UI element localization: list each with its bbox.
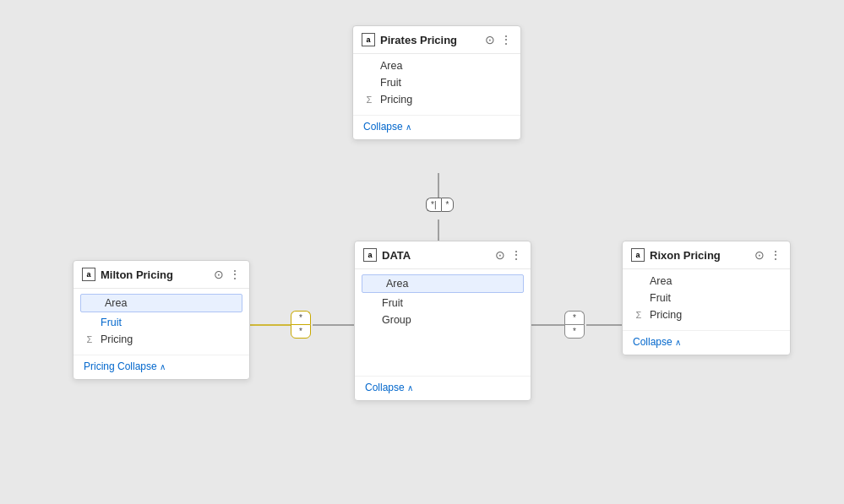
pirates-field-area: Area [353,57,520,74]
connector-vert-bottom-right: * [564,324,585,339]
data-chevron-icon: ∧ [407,383,413,393]
rixon-field-fruit: Fruit [623,290,790,306]
pirates-pricing-card: a Pirates Pricing ⊙ ⋮ Area Fruit Σ Prici… [352,25,521,140]
connector-left-pill: *| [426,198,441,212]
data-card-title: DATA [382,249,490,262]
data-card: a DATA ⊙ ⋮ Area Fruit Group Collapse ∧ [354,241,531,401]
data-card-footer: Collapse ∧ [355,376,531,400]
data-table-icon: a [363,248,377,262]
rixon-field-pricing: Σ Pricing [623,306,790,323]
milton-collapse-link[interactable]: Pricing Collapse ∧ [84,360,239,372]
milton-header-actions: ⊙ ⋮ [214,268,241,281]
data-field-area: Area [362,274,524,293]
rixon-pricing-header: a Rixon Pricing ⊙ ⋮ [623,241,790,269]
rixon-table-icon: a [631,248,645,262]
data-field-fruit: Fruit [355,295,531,312]
milton-pricing-card: a Milton Pricing ⊙ ⋮ Area Fruit Σ Pricin… [73,260,250,380]
pirates-field-pricing: Σ Pricing [353,91,520,108]
connector-vert-bottom: * [291,324,311,339]
milton-pricing-title: Milton Pricing [101,268,209,281]
milton-field-fruit: Fruit [74,314,249,331]
pirates-card-footer: Collapse ∧ [353,115,520,139]
pirates-view-icon[interactable]: ⊙ [485,33,495,46]
milton-table-icon: a [82,268,95,281]
connector-vert-top: * [291,311,311,324]
pirates-header-actions: ⊙ ⋮ [485,33,512,46]
milton-card-footer: Pricing Collapse ∧ [74,355,249,379]
pirates-pricing-title: Pirates Pricing [380,34,480,46]
pirates-pricing-header: a Pirates Pricing ⊙ ⋮ [353,26,520,54]
milton-pricing-header: a Milton Pricing ⊙ ⋮ [74,261,249,289]
rixon-view-icon[interactable]: ⊙ [754,248,765,262]
data-more-icon[interactable]: ⋮ [510,248,522,262]
rixon-card-footer: Collapse ∧ [623,330,790,355]
rixon-more-icon[interactable]: ⋮ [770,248,781,262]
rixon-pricing-title: Rixon Pricing [650,249,749,262]
connector-vert-top-right: * [564,311,585,324]
milton-chevron-icon: ∧ [160,362,166,371]
rixon-chevron-icon: ∧ [675,338,681,347]
pirates-chevron-icon: ∧ [406,122,411,132]
pirates-card-body: Area Fruit Σ Pricing [353,54,520,111]
milton-card-body: Area Fruit Σ Pricing [74,289,249,351]
rixon-pricing-card: a Rixon Pricing ⊙ ⋮ Area Fruit Σ Pricing… [622,241,791,355]
rixon-field-area: Area [623,273,790,290]
pirates-table-icon: a [362,33,375,46]
pirates-data-connector: *| * [426,198,454,212]
data-header-actions: ⊙ ⋮ [495,248,522,262]
data-card-header: a DATA ⊙ ⋮ [355,241,531,269]
milton-field-pricing: Σ Pricing [74,331,249,348]
rixon-header-actions: ⊙ ⋮ [754,248,781,262]
milton-view-icon[interactable]: ⊙ [214,268,224,281]
pirates-field-fruit: Fruit [353,74,520,91]
milton-field-area: Area [80,294,242,312]
data-field-group: Group [355,312,531,328]
rixon-card-body: Area Fruit Σ Pricing [623,269,790,327]
milton-data-connector: * * [291,311,311,339]
data-rixon-connector: * * [564,311,585,339]
data-collapse-link[interactable]: Collapse ∧ [365,382,520,393]
rixon-collapse-link[interactable]: Collapse ∧ [633,336,780,348]
pirates-collapse-link[interactable]: Collapse ∧ [363,121,510,133]
milton-more-icon[interactable]: ⋮ [229,268,241,281]
pirates-more-icon[interactable]: ⋮ [500,33,512,46]
data-view-icon[interactable]: ⊙ [495,248,505,262]
data-card-body: Area Fruit Group [355,269,531,372]
connector-right-pill: * [441,198,455,212]
